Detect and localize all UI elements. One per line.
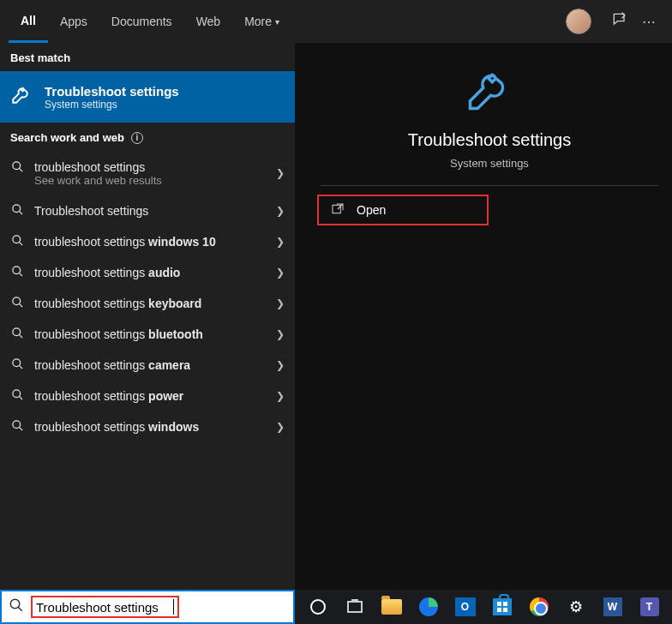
file-explorer-button[interactable] — [375, 590, 407, 624]
search-box[interactable] — [0, 590, 295, 624]
svg-line-17 — [19, 427, 22, 430]
svg-point-19 — [10, 599, 20, 609]
svg-line-1 — [19, 168, 22, 171]
search-icon — [10, 327, 24, 342]
svg-point-2 — [12, 205, 20, 213]
wrench-icon — [10, 83, 33, 111]
search-icon — [10, 160, 24, 176]
svg-line-3 — [19, 211, 22, 214]
chevron-right-icon: ❯ — [276, 328, 285, 340]
svg-line-13 — [19, 365, 22, 369]
svg-line-20 — [18, 607, 22, 611]
open-action[interactable]: Open — [317, 195, 489, 225]
settings-button[interactable]: ⚙ — [560, 590, 591, 624]
teams-icon: T — [640, 597, 659, 616]
detail-subtitle: System settings — [450, 157, 529, 170]
open-icon — [331, 202, 345, 219]
search-suggestion[interactable]: troubleshoot settings keyboard❯ — [0, 288, 295, 319]
svg-point-14 — [12, 390, 20, 398]
chevron-right-icon: ❯ — [276, 267, 285, 279]
text-caret — [173, 599, 174, 615]
search-suggestion[interactable]: troubleshoot settingsSee work and web re… — [0, 151, 295, 195]
search-icon — [10, 203, 24, 219]
search-icon — [10, 388, 24, 404]
tab-all[interactable]: All — [9, 0, 48, 43]
outlook-button[interactable]: O — [449, 590, 481, 624]
folder-icon — [381, 599, 402, 615]
svg-point-8 — [12, 297, 20, 305]
chrome-button[interactable] — [523, 590, 555, 624]
teams-button[interactable]: T — [633, 590, 665, 624]
store-icon — [493, 598, 512, 615]
open-label: Open — [357, 203, 386, 217]
best-match-title: Troubleshoot settings — [45, 84, 179, 99]
svg-point-12 — [12, 359, 20, 367]
svg-point-0 — [12, 161, 20, 169]
feedback-icon[interactable] — [605, 11, 634, 32]
chevron-right-icon: ❯ — [276, 236, 285, 248]
search-icon — [10, 296, 24, 311]
tab-documents[interactable]: Documents — [99, 0, 184, 43]
svg-rect-18 — [333, 205, 340, 213]
search-suggestion[interactable]: troubleshoot settings bluetooth❯ — [0, 319, 295, 350]
cortana-icon — [310, 599, 326, 615]
cortana-button[interactable] — [302, 590, 333, 624]
search-suggestion[interactable]: Troubleshoot settings❯ — [0, 195, 295, 226]
chevron-right-icon: ❯ — [276, 297, 285, 309]
chevron-right-icon: ❯ — [276, 205, 285, 217]
svg-line-5 — [19, 242, 22, 245]
search-icon — [10, 234, 24, 249]
detail-title: Troubleshoot settings — [408, 130, 571, 150]
chrome-icon — [530, 597, 549, 616]
search-suggestion[interactable]: troubleshoot settings windows❯ — [0, 411, 295, 442]
chevron-right-icon: ❯ — [276, 421, 285, 433]
detail-panel: Troubleshoot settings System settings Op… — [307, 43, 672, 590]
word-button[interactable]: W — [597, 590, 628, 624]
user-avatar[interactable] — [566, 9, 591, 34]
search-suggestion[interactable]: troubleshoot settings audio❯ — [0, 257, 295, 288]
svg-point-10 — [12, 328, 20, 336]
search-suggestion[interactable]: troubleshoot settings camera❯ — [0, 350, 295, 381]
best-match-item[interactable]: Troubleshoot settings System settings — [0, 71, 295, 123]
search-highlight — [31, 596, 179, 618]
search-web-header: Search work and web i — [0, 123, 295, 151]
task-view-button[interactable] — [339, 590, 370, 624]
svg-point-4 — [12, 236, 20, 243]
wrench-icon — [464, 63, 515, 118]
chevron-down-icon: ▾ — [275, 17, 279, 27]
svg-line-15 — [19, 396, 22, 399]
svg-line-11 — [19, 334, 22, 338]
tab-more[interactable]: More ▾ — [232, 0, 291, 43]
best-match-header: Best match — [0, 43, 295, 71]
search-suggestion[interactable]: troubleshoot settings power❯ — [0, 381, 295, 411]
store-button[interactable] — [486, 590, 518, 624]
best-match-subtitle: System settings — [45, 99, 179, 111]
search-suggestion[interactable]: troubleshoot settings windows 10❯ — [0, 226, 295, 257]
chevron-right-icon: ❯ — [276, 359, 285, 371]
search-icon — [10, 419, 24, 435]
tab-web[interactable]: Web — [184, 0, 233, 43]
chevron-right-icon: ❯ — [276, 167, 285, 179]
svg-line-9 — [19, 303, 22, 307]
search-icon — [9, 597, 24, 616]
svg-point-6 — [12, 267, 20, 274]
divider — [321, 185, 658, 186]
search-icon — [10, 357, 24, 373]
taskbar: O ⚙ W T — [295, 590, 672, 624]
edge-icon — [419, 597, 438, 616]
gear-icon: ⚙ — [569, 597, 583, 616]
search-icon — [10, 265, 24, 280]
search-input[interactable] — [36, 600, 173, 615]
task-view-icon — [347, 601, 363, 613]
svg-point-16 — [12, 421, 20, 429]
results-panel: Best match Troubleshoot settings System … — [0, 43, 295, 590]
tab-apps[interactable]: Apps — [48, 0, 99, 43]
word-icon: W — [603, 597, 622, 616]
search-tabs: All Apps Documents Web More ▾ ⋯ — [0, 0, 672, 43]
svg-line-7 — [19, 273, 22, 276]
outlook-icon: O — [455, 597, 476, 616]
edge-button[interactable] — [412, 590, 444, 624]
chevron-right-icon: ❯ — [276, 390, 285, 402]
info-icon[interactable]: i — [131, 132, 143, 144]
more-options-icon[interactable]: ⋯ — [634, 14, 663, 30]
